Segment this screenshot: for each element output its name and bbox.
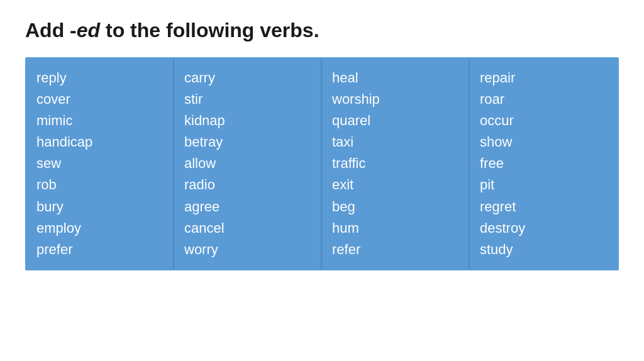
verb-item: study — [480, 239, 608, 260]
verb-item: worry — [184, 239, 311, 260]
verb-item: regret — [480, 196, 608, 218]
verb-item: destroy — [480, 218, 608, 239]
verb-item: agree — [184, 196, 311, 218]
verb-item: cancel — [184, 218, 311, 239]
verb-table: replycovermimichandicapsewrobburyemployp… — [25, 57, 619, 270]
verb-item: show — [480, 131, 608, 153]
verb-item: reply — [36, 67, 163, 89]
verb-item: handicap — [36, 131, 163, 153]
verb-item: worship — [332, 89, 458, 110]
verb-item: heal — [332, 67, 458, 89]
verb-item: carry — [184, 67, 311, 89]
verb-item: bury — [36, 196, 163, 218]
verb-item: stir — [184, 89, 311, 110]
verb-item: hum — [332, 218, 458, 239]
verb-item: pit — [480, 174, 608, 196]
verb-item: sew — [36, 153, 163, 174]
verb-column-4: repairroaroccurshowfreepitregretdestroys… — [470, 58, 618, 269]
verb-column-3: healworshipquareltaxitrafficexitbeghumre… — [322, 58, 470, 269]
verb-item: mimic — [36, 110, 163, 131]
verb-item: betray — [184, 131, 311, 153]
verb-item: traffic — [332, 153, 458, 174]
verb-item: beg — [332, 196, 458, 218]
verb-item: prefer — [36, 239, 163, 260]
verb-item: radio — [184, 174, 311, 196]
verb-item: repair — [480, 67, 608, 89]
page-title: Add -ed to the following verbs. — [25, 19, 619, 42]
verb-item: refer — [332, 239, 458, 260]
verb-item: allow — [184, 153, 311, 174]
verb-item: employ — [36, 218, 163, 239]
verb-item: rob — [36, 174, 163, 196]
verb-item: exit — [332, 174, 458, 196]
verb-item: occur — [480, 110, 608, 131]
verb-item: kidnap — [184, 110, 311, 131]
verb-column-2: carrystirkidnapbetrayallowradioagreecanc… — [174, 58, 322, 269]
verb-item: taxi — [332, 131, 458, 153]
verb-item: quarel — [332, 110, 458, 131]
verb-item: cover — [36, 89, 163, 110]
verb-item: free — [480, 153, 608, 174]
verb-item: roar — [480, 89, 608, 110]
verb-column-1: replycovermimichandicapsewrobburyemployp… — [26, 58, 174, 269]
